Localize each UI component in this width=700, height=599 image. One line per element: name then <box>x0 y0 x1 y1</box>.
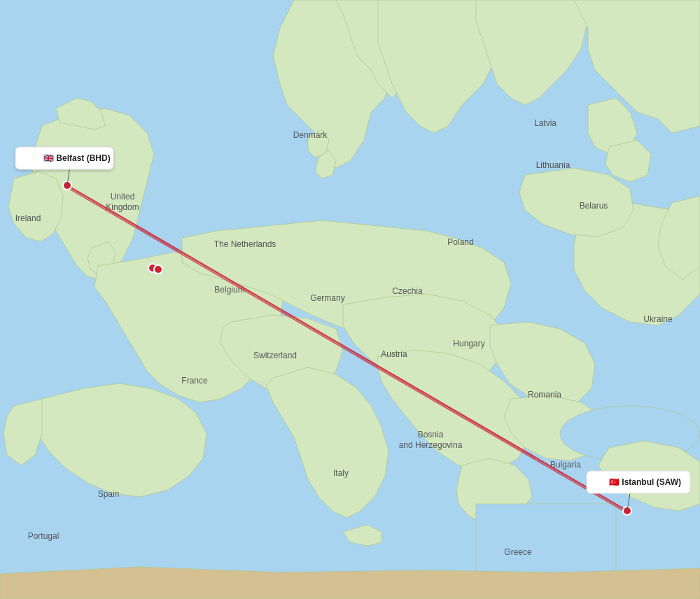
country-label-uk: United <box>111 192 135 202</box>
country-label-bosnia2: and Herzegovina <box>399 440 463 450</box>
country-label-switzerland: Switzerland <box>253 351 297 360</box>
map-container: Ireland United Kingdom Denmark The Nethe… <box>0 0 700 599</box>
country-label-poland: Poland <box>447 237 473 247</box>
country-label-austria: Austria <box>381 349 407 359</box>
country-label-greece: Greece <box>504 547 532 557</box>
svg-text:🇬🇧 Belfast (BHD): 🇬🇧 Belfast (BHD) <box>43 153 111 163</box>
country-label-latvia: Latvia <box>534 118 556 128</box>
country-label-ireland: Ireland <box>15 213 41 223</box>
country-label-belarus: Belarus <box>580 201 608 211</box>
country-label-germany: Germany <box>310 293 344 303</box>
country-label-portugal: Portugal <box>28 531 59 541</box>
country-label-italy: Italy <box>333 468 349 478</box>
country-label-denmark: Denmark <box>293 130 328 140</box>
country-label-lithuania: Lithuania <box>536 160 570 170</box>
country-label-spain: Spain <box>98 489 120 499</box>
map-svg: Ireland United Kingdom Denmark The Nethe… <box>0 0 700 599</box>
country-label-france: France <box>181 376 208 386</box>
country-label-romania: Romania <box>528 390 561 400</box>
country-label-netherlands: The Netherlands <box>214 239 276 249</box>
country-label-hungary: Hungary <box>453 339 484 348</box>
country-label-czechia: Czechia <box>392 286 423 296</box>
country-label-bosnia: Bosnia <box>418 430 444 439</box>
intermediate-airport-dot-2 <box>154 265 162 274</box>
svg-text:🇹🇷 Istanbul (SAW): 🇹🇷 Istanbul (SAW) <box>609 477 681 487</box>
country-label-ukraine: Ukraine <box>643 314 673 324</box>
